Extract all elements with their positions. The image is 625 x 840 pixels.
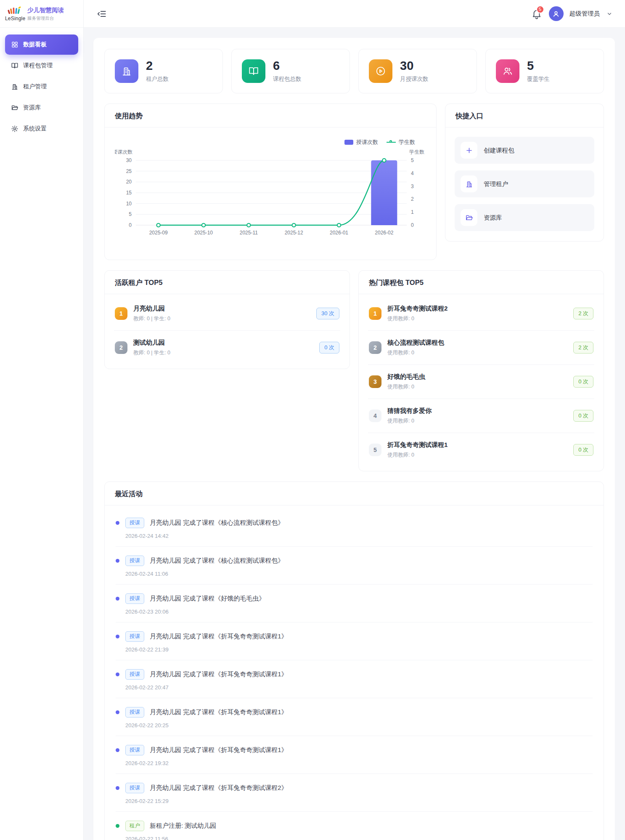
package-meta: 使用教师: 0 bbox=[387, 452, 448, 459]
activity-dot bbox=[116, 635, 119, 638]
stat-value: 30 bbox=[400, 59, 429, 73]
users-icon bbox=[496, 59, 519, 83]
package-name: 好饿的毛毛虫 bbox=[387, 373, 425, 381]
activity-row: 授课 月亮幼儿园 完成了课程《核心流程测试课程包》 2026-02-24 11:… bbox=[116, 547, 593, 585]
app-title: 少儿智慧阅读 bbox=[27, 6, 64, 14]
activity-dot bbox=[116, 597, 119, 601]
activity-text: 月亮幼儿园 完成了课程《折耳兔奇奇测试课程1》 bbox=[150, 746, 288, 754]
rank-badge: 2 bbox=[369, 341, 381, 354]
activity-time: 2026-02-22 20:25 bbox=[125, 722, 593, 728]
activity-tag: 授课 bbox=[125, 631, 144, 642]
package-row: 3 好饿的毛毛虫 使用教师: 0 0 次 bbox=[368, 365, 594, 399]
stat-label: 课程包总数 bbox=[273, 75, 302, 83]
package-name: 核心流程测试课程包 bbox=[387, 339, 444, 347]
activity-time: 2026-02-22 19:32 bbox=[125, 760, 593, 766]
svg-text:2025-12: 2025-12 bbox=[285, 230, 303, 236]
activity-tag: 授课 bbox=[125, 783, 144, 793]
sidebar-item-label: 课程包管理 bbox=[23, 62, 53, 69]
activity-time: 2026-02-24 11:06 bbox=[125, 571, 593, 577]
package-meta: 使用教师: 0 bbox=[387, 417, 432, 425]
activity-time: 2026-02-22 20:47 bbox=[125, 684, 593, 691]
package-row: 1 折耳兔奇奇测试课程2 使用教师: 0 2 次 bbox=[368, 297, 594, 331]
stat-card-monthly-lessons: 30 月授课次数 bbox=[358, 49, 477, 93]
package-name: 折耳兔奇奇测试课程2 bbox=[387, 305, 448, 313]
plus-icon bbox=[461, 142, 477, 159]
avatar[interactable] bbox=[549, 6, 564, 21]
quick-link-label: 资源库 bbox=[484, 214, 502, 222]
quick-link-create-package[interactable]: 创建课程包 bbox=[455, 137, 594, 164]
svg-text:10: 10 bbox=[126, 201, 132, 207]
svg-text:15: 15 bbox=[126, 190, 132, 196]
logo-text: LeSingle bbox=[5, 16, 24, 21]
recent-activity-panel: 最近活动 授课 月亮幼儿园 完成了课程《核心流程测试课程包》 2026-02-2… bbox=[104, 481, 604, 840]
activity-text: 月亮幼儿园 完成了课程《折耳兔奇奇测试课程1》 bbox=[150, 670, 288, 678]
sidebar-item-tenants[interactable]: 租户管理 bbox=[5, 77, 78, 97]
book-icon bbox=[242, 59, 265, 83]
dashboard-icon bbox=[11, 41, 19, 48]
legend-label: 学生数 bbox=[399, 138, 415, 146]
tenant-meta: 教师: 0 | 学生: 0 bbox=[133, 315, 170, 322]
tenant-row: 2 测试幼儿园 教师: 0 | 学生: 0 0 次 bbox=[114, 331, 340, 364]
activity-text: 月亮幼儿园 完成了课程《折耳兔奇奇测试课程1》 bbox=[150, 633, 288, 641]
legend-label: 授课次数 bbox=[356, 138, 378, 146]
sidebar-item-label: 资源库 bbox=[23, 104, 41, 112]
sidebar-item-resources[interactable]: 资源库 bbox=[5, 98, 78, 118]
package-row: 5 折耳兔奇奇测试课程1 使用教师: 0 0 次 bbox=[368, 433, 594, 467]
quick-link-label: 创建课程包 bbox=[484, 146, 514, 154]
sidebar-item-label: 数据看板 bbox=[23, 41, 47, 48]
building-icon bbox=[115, 59, 138, 83]
quick-link-manage-tenants[interactable]: 管理租户 bbox=[455, 170, 594, 197]
sidebar-item-dashboard[interactable]: 数据看板 bbox=[5, 35, 78, 55]
tenant-name: 测试幼儿园 bbox=[133, 339, 170, 347]
svg-text:1: 1 bbox=[411, 209, 414, 215]
sidebar-item-course-packages[interactable]: 课程包管理 bbox=[5, 56, 78, 76]
svg-text:20: 20 bbox=[126, 179, 132, 185]
activity-dot bbox=[116, 786, 119, 790]
book-icon bbox=[11, 62, 19, 69]
activity-tag: 授课 bbox=[125, 745, 144, 755]
activity-row: 授课 月亮幼儿园 完成了课程《折耳兔奇奇测试课程1》 2026-02-22 20… bbox=[116, 698, 593, 736]
chevron-down-icon[interactable] bbox=[606, 11, 612, 17]
user-icon bbox=[552, 10, 560, 18]
count-badge: 2 次 bbox=[573, 308, 593, 319]
activity-time: 2026-02-23 20:06 bbox=[125, 609, 593, 615]
stat-label: 租户总数 bbox=[146, 75, 169, 83]
logo: LeSingle 少儿智慧阅读 服务管理后台 bbox=[0, 0, 83, 28]
active-tenants-panel: 活跃租户 TOP5 1 月亮幼儿园 教师: 0 | 学生: 0 30 次 2 测… bbox=[104, 270, 350, 369]
sidebar-item-settings[interactable]: 系统设置 bbox=[5, 119, 78, 139]
svg-text:25: 25 bbox=[126, 168, 132, 174]
sidebar: LeSingle 少儿智慧阅读 服务管理后台 数据看板 课程包管理 bbox=[0, 0, 84, 840]
activity-tag: 租户 bbox=[125, 821, 144, 831]
quick-links-panel: 快捷入口 创建课程包 管理租户 bbox=[445, 104, 604, 242]
panel-title: 最近活动 bbox=[105, 482, 604, 505]
activity-row: 授课 月亮幼儿园 完成了课程《好饿的毛毛虫》 2026-02-23 20:06 bbox=[116, 585, 593, 622]
activity-text: 新租户注册: 测试幼儿园 bbox=[150, 822, 216, 830]
user-name[interactable]: 超级管理员 bbox=[569, 10, 600, 18]
panel-title: 热门课程包 TOP5 bbox=[359, 271, 604, 294]
activity-tag: 授课 bbox=[125, 669, 144, 680]
sidebar-collapse-button[interactable] bbox=[96, 8, 107, 19]
sidebar-item-label: 系统设置 bbox=[23, 125, 47, 133]
stat-value: 6 bbox=[273, 59, 302, 73]
notifications-button[interactable]: 5 bbox=[531, 8, 542, 19]
tenant-row: 1 月亮幼儿园 教师: 0 | 学生: 0 30 次 bbox=[114, 297, 340, 331]
activity-row: 授课 月亮幼儿园 完成了课程《核心流程测试课程包》 2026-02-24 14:… bbox=[116, 509, 593, 547]
panel-title: 使用趋势 bbox=[105, 104, 436, 128]
svg-text:2025-09: 2025-09 bbox=[149, 230, 168, 236]
activity-row: 授课 月亮幼儿园 完成了课程《折耳兔奇奇测试课程2》 2026-02-22 15… bbox=[116, 774, 593, 812]
logo-bars-icon: LeSingle bbox=[5, 6, 24, 21]
activity-time: 2026-02-24 14:42 bbox=[125, 533, 593, 539]
count-badge: 2 次 bbox=[573, 342, 593, 354]
quick-link-resources[interactable]: 资源库 bbox=[455, 204, 594, 231]
panel-title: 活跃租户 TOP5 bbox=[105, 271, 350, 294]
activity-text: 月亮幼儿园 完成了课程《好饿的毛毛虫》 bbox=[150, 595, 265, 603]
svg-text:0: 0 bbox=[129, 222, 132, 228]
activity-dot bbox=[116, 824, 119, 828]
svg-text:2026-01: 2026-01 bbox=[330, 230, 348, 236]
activity-time: 2026-02-22 11:56 bbox=[125, 836, 593, 840]
svg-text:2026-02: 2026-02 bbox=[375, 230, 393, 236]
legend-item-bar: 授课次数 bbox=[344, 138, 378, 146]
usage-trend-panel: 使用趋势 授课次数 学生数 051015202530012345授课次数学生数2… bbox=[104, 104, 437, 260]
count-badge: 0 次 bbox=[319, 342, 339, 354]
count-badge: 30 次 bbox=[316, 308, 339, 319]
